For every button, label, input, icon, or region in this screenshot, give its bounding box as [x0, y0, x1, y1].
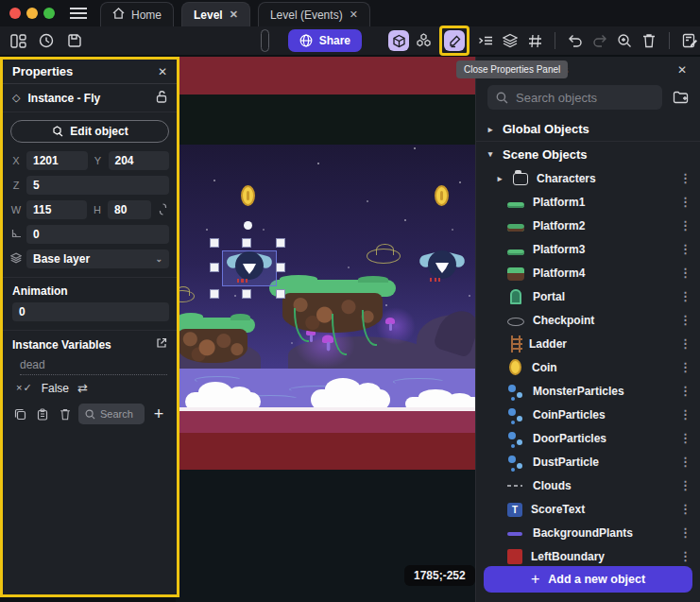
object-menu-icon[interactable]: ⋮ — [679, 525, 691, 540]
platform-sprite[interactable] — [176, 318, 255, 369]
object-list-item[interactable]: Coin ⋮ — [476, 355, 700, 379]
resize-handle[interactable] — [276, 289, 285, 299]
3d-box-icon[interactable] — [388, 30, 409, 51]
variable-value-row[interactable]: ×✓ False ⇄ — [16, 381, 167, 395]
object-list-item[interactable]: MonsterParticles ⋮ — [476, 379, 700, 403]
layers-icon[interactable] — [500, 30, 521, 51]
panel-layout-icon[interactable] — [8, 30, 28, 51]
lock-aspect-ratio-icon[interactable] — [156, 203, 169, 217]
share-button[interactable]: Share — [288, 29, 362, 52]
edit-properties-pencil-icon[interactable] — [444, 30, 465, 51]
history-icon[interactable] — [36, 30, 57, 51]
resize-handle[interactable] — [210, 289, 219, 299]
object-menu-icon[interactable]: ⋮ — [679, 360, 691, 374]
object-group-icon[interactable] — [413, 30, 434, 51]
z-order-input[interactable]: 5 — [26, 176, 169, 195]
object-menu-icon[interactable]: ⋮ — [679, 242, 691, 256]
trash-icon[interactable] — [639, 30, 659, 51]
height-input[interactable]: 80 — [108, 200, 151, 219]
window-minimize-button[interactable] — [26, 8, 38, 19]
tab-home[interactable]: Home — [100, 2, 174, 26]
object-list-item[interactable]: Platform4 ⋮ — [476, 261, 700, 284]
toggle-value-icon[interactable]: ⇄ — [77, 381, 88, 395]
group-scene-objects[interactable]: ▾ Scene Objects — [476, 142, 700, 166]
object-menu-icon[interactable]: ⋮ — [679, 195, 691, 209]
object-list-item[interactable]: DoorParticles ⋮ — [476, 426, 700, 450]
object-list-item[interactable]: LeftBoundary ⋮ — [476, 544, 700, 568]
object-list-item[interactable]: Platform1 ⋮ — [476, 190, 700, 214]
open-variables-editor-icon[interactable] — [156, 337, 167, 352]
object-menu-icon[interactable]: ⋮ — [679, 502, 691, 516]
object-list-item[interactable]: ▸ Characters ⋮ — [476, 166, 700, 190]
object-list-item[interactable]: BackgroundPlants ⋮ — [476, 521, 700, 544]
object-menu-icon[interactable]: ⋮ — [679, 407, 691, 421]
object-menu-icon[interactable]: ⋮ — [679, 431, 691, 445]
window-maximize-button[interactable] — [43, 8, 55, 19]
object-list-item[interactable]: Platform2 ⋮ — [476, 214, 700, 237]
y-position-input[interactable]: 204 — [109, 151, 170, 170]
object-list-item[interactable]: Checkpoint ⋮ — [476, 308, 700, 332]
close-tab-icon[interactable]: ✕ — [230, 9, 238, 21]
resize-handle[interactable] — [276, 238, 285, 248]
object-menu-icon[interactable]: ⋮ — [679, 549, 691, 563]
object-list-item[interactable]: DustParticle ⋮ — [476, 450, 700, 473]
checkpoint-outline-sprite[interactable] — [367, 249, 401, 264]
copy-icon[interactable] — [10, 404, 29, 423]
object-menu-icon[interactable]: ⋮ — [679, 171, 691, 185]
close-objects-icon[interactable]: ✕ — [677, 63, 687, 77]
add-folder-icon[interactable] — [670, 87, 691, 108]
animation-input[interactable]: 0 — [12, 302, 169, 321]
layer-select[interactable]: Base layer ⌄ — [26, 249, 169, 268]
preview-button[interactable]: Preview ⌄ — [261, 29, 269, 52]
edit-object-button[interactable]: Edit object — [10, 120, 169, 143]
object-menu-icon[interactable]: ⋮ — [679, 478, 691, 492]
resize-handle[interactable] — [210, 263, 219, 272]
trash-icon[interactable] — [56, 404, 75, 423]
resize-handle[interactable] — [210, 238, 219, 248]
object-list-item[interactable]: Platform3 ⋮ — [476, 237, 700, 261]
group-global-objects[interactable]: ▸ Global Objects — [476, 117, 700, 142]
paste-icon[interactable] — [33, 404, 52, 423]
object-menu-icon[interactable]: ⋮ — [679, 384, 691, 398]
resize-handle[interactable] — [276, 263, 285, 272]
angle-input[interactable]: 0 — [26, 225, 169, 244]
variables-search-input[interactable]: Search — [78, 404, 145, 424]
grid-icon[interactable] — [524, 30, 545, 51]
width-input[interactable]: 115 — [26, 200, 87, 219]
coin-sprite[interactable] — [241, 185, 255, 206]
object-list-item[interactable]: CoinParticles ⋮ — [476, 403, 700, 426]
tab-level-events[interactable]: Level (Events) ✕ — [258, 2, 370, 26]
object-menu-icon[interactable]: ⋮ — [679, 455, 691, 469]
zoom-in-icon[interactable] — [614, 30, 635, 51]
tab-level[interactable]: Level ✕ — [181, 2, 250, 26]
object-menu-icon[interactable]: ⋮ — [679, 289, 691, 303]
object-list-item[interactable]: Clouds ⋮ — [476, 473, 700, 497]
hamburger-menu-icon[interactable] — [70, 8, 87, 19]
object-menu-icon[interactable]: ⋮ — [679, 218, 691, 232]
events-sheet-icon[interactable] — [679, 30, 700, 51]
objects-search-input[interactable]: Search objects — [487, 85, 662, 110]
resize-handle[interactable] — [242, 238, 251, 248]
object-menu-icon[interactable]: ⋮ — [679, 313, 691, 327]
coin-sprite[interactable] — [435, 185, 449, 206]
x-position-input[interactable]: 1201 — [26, 151, 88, 170]
object-menu-icon[interactable]: ⋮ — [679, 266, 691, 280]
object-list-item[interactable]: T ScoreText ⋮ — [476, 497, 700, 521]
undo-icon[interactable] — [565, 30, 586, 51]
object-list-item[interactable]: Portal ⋮ — [476, 284, 700, 308]
window-close-button[interactable] — [9, 8, 21, 19]
resize-handle[interactable] — [242, 289, 251, 299]
close-properties-icon[interactable]: ✕ — [158, 65, 167, 78]
add-new-object-button[interactable]: + Add a new object — [484, 566, 692, 593]
scene-editor-canvas[interactable]: 1785;-252 — [176, 57, 475, 602]
unlock-icon[interactable] — [156, 91, 167, 106]
instance-list-icon[interactable] — [475, 30, 496, 51]
close-tab-icon[interactable]: ✕ — [350, 9, 358, 21]
object-list-item[interactable]: Ladder ⋮ — [476, 332, 700, 355]
platform-sprite[interactable] — [269, 280, 396, 346]
object-menu-icon[interactable]: ⋮ — [679, 336, 691, 351]
variable-name[interactable]: dead — [20, 358, 167, 375]
fly-sprite-selected[interactable] — [228, 251, 271, 285]
save-icon[interactable] — [64, 30, 85, 51]
add-variable-button[interactable]: + — [148, 404, 169, 424]
